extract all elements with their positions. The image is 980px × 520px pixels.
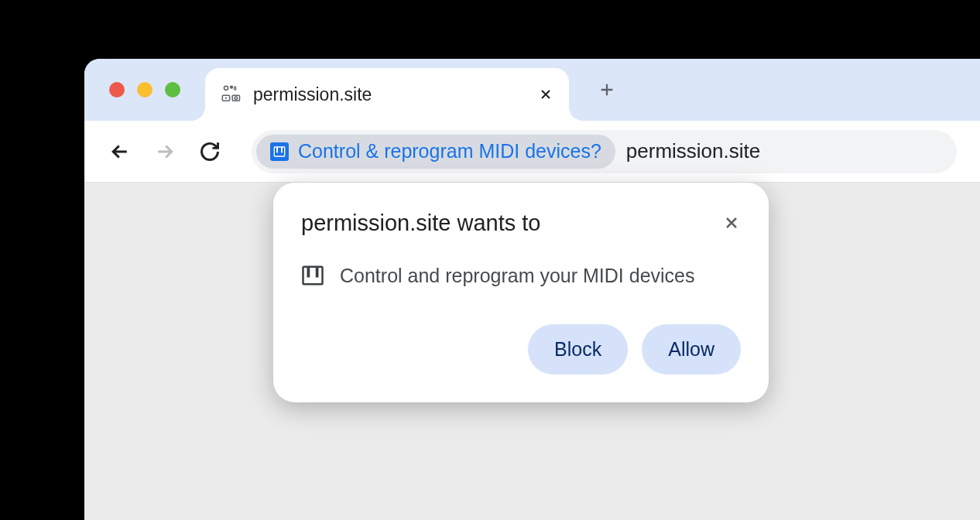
prompt-description: Control and reprogram your MIDI devices: [340, 265, 695, 287]
forward-button[interactable]: [152, 139, 177, 164]
svg-rect-7: [281, 147, 283, 152]
maximize-window-button[interactable]: [165, 82, 180, 98]
svg-point-1: [231, 86, 233, 88]
close-icon[interactable]: [722, 214, 741, 232]
allow-button[interactable]: Allow: [642, 324, 741, 375]
permission-chip[interactable]: Control & reprogram MIDI devices?: [256, 135, 615, 169]
svg-point-0: [224, 86, 228, 90]
minimize-window-button[interactable]: [137, 82, 152, 98]
reload-button[interactable]: [197, 139, 222, 164]
svg-rect-8: [303, 267, 323, 285]
toolbar: Control & reprogram MIDI devices? permis…: [84, 121, 980, 183]
prompt-header: permission.site wants to: [301, 210, 741, 236]
block-button[interactable]: Block: [528, 324, 628, 375]
permission-prompt: permission.site wants to Control and rep…: [273, 183, 769, 402]
permission-chip-label: Control & reprogram MIDI devices?: [298, 140, 601, 162]
browser-tab[interactable]: permission.site: [205, 68, 569, 121]
svg-point-4: [235, 97, 238, 100]
svg-rect-10: [316, 267, 319, 278]
prompt-body: Control and reprogram your MIDI devices: [301, 264, 741, 287]
close-window-button[interactable]: [109, 82, 125, 98]
svg-rect-6: [276, 147, 278, 152]
close-tab-icon[interactable]: [538, 87, 553, 102]
tab-favicon-icon: [221, 84, 242, 105]
address-url: permission.site: [626, 139, 760, 163]
prompt-title: permission.site wants to: [301, 210, 540, 236]
tab-title: permission.site: [253, 84, 538, 105]
prompt-actions: Block Allow: [301, 324, 741, 375]
svg-rect-5: [274, 147, 284, 156]
address-bar[interactable]: Control & reprogram MIDI devices? permis…: [252, 130, 957, 173]
back-button[interactable]: [108, 139, 132, 164]
window-controls: [109, 82, 180, 98]
content-area: permission.site wants to Control and rep…: [84, 183, 980, 520]
tab-bar: permission.site: [84, 59, 980, 121]
new-tab-icon[interactable]: [598, 81, 615, 98]
svg-rect-9: [307, 267, 310, 278]
midi-icon: [270, 142, 289, 161]
piano-icon: [301, 264, 324, 287]
browser-window: permission.site: [84, 59, 980, 520]
